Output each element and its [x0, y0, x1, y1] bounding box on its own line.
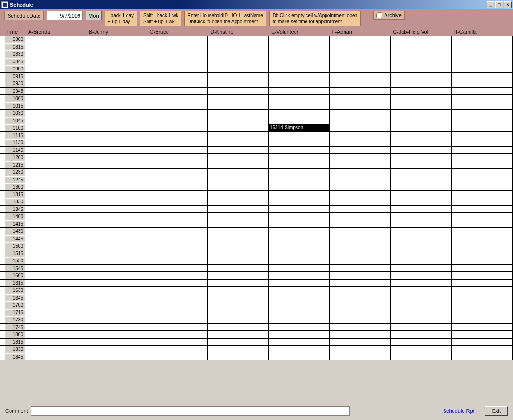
schedule-cell[interactable] [269, 73, 330, 80]
schedule-cell[interactable] [147, 309, 208, 316]
schedule-cell[interactable] [269, 242, 330, 250]
schedule-cell[interactable] [269, 206, 330, 213]
schedule-cell[interactable] [452, 147, 513, 154]
schedule-cell[interactable] [391, 242, 452, 250]
schedule-cell[interactable] [25, 265, 86, 272]
schedule-cell[interactable] [147, 280, 208, 287]
schedule-cell[interactable] [86, 36, 147, 43]
schedule-cell[interactable] [25, 117, 86, 124]
schedule-cell[interactable] [269, 88, 330, 95]
schedule-cell[interactable] [452, 95, 513, 102]
schedule-cell[interactable] [391, 257, 452, 264]
schedule-cell[interactable] [25, 242, 86, 250]
schedule-cell[interactable] [208, 80, 269, 87]
schedule-cell[interactable] [330, 309, 391, 316]
schedule-cell[interactable] [86, 309, 147, 316]
schedule-cell[interactable] [391, 331, 452, 338]
schedule-cell[interactable] [391, 139, 452, 146]
schedule-cell[interactable]: 16314-Simpson [269, 124, 330, 131]
schedule-cell[interactable] [147, 339, 208, 346]
schedule-cell[interactable] [330, 176, 391, 183]
schedule-cell[interactable] [86, 280, 147, 287]
schedule-cell[interactable] [330, 80, 391, 87]
schedule-cell[interactable] [25, 154, 86, 161]
schedule-cell[interactable] [86, 43, 147, 50]
schedule-cell[interactable] [147, 80, 208, 87]
schedule-cell[interactable] [330, 110, 391, 117]
titlebar[interactable]: ▦ Schedule _ □ × [0, 0, 513, 9]
schedule-cell[interactable] [147, 287, 208, 294]
schedule-cell[interactable] [391, 58, 452, 65]
schedule-cell[interactable] [269, 316, 330, 323]
schedule-cell[interactable] [208, 272, 269, 279]
schedule-cell[interactable] [86, 95, 147, 102]
schedule-cell[interactable] [25, 272, 86, 279]
schedule-cell[interactable] [452, 161, 513, 169]
schedule-cell[interactable] [147, 176, 208, 183]
schedule-cell[interactable] [86, 324, 147, 331]
schedule-cell[interactable] [25, 169, 86, 176]
schedule-cell[interactable] [330, 50, 391, 58]
schedule-cell[interactable] [147, 235, 208, 242]
schedule-cell[interactable] [391, 301, 452, 309]
schedule-cell[interactable] [452, 58, 513, 65]
schedule-cell[interactable] [452, 139, 513, 146]
schedule-cell[interactable] [86, 102, 147, 110]
schedule-cell[interactable] [208, 154, 269, 161]
schedule-cell[interactable] [86, 110, 147, 117]
schedule-cell[interactable] [330, 147, 391, 154]
schedule-cell[interactable] [391, 280, 452, 287]
schedule-cell[interactable] [269, 220, 330, 228]
schedule-cell[interactable] [25, 43, 86, 50]
schedule-cell[interactable] [452, 124, 513, 131]
schedule-cell[interactable] [391, 88, 452, 95]
schedule-date-input[interactable] [47, 11, 83, 20]
schedule-cell[interactable] [147, 324, 208, 331]
schedule-cell[interactable] [452, 73, 513, 80]
schedule-cell[interactable] [452, 102, 513, 110]
schedule-cell[interactable] [25, 65, 86, 72]
schedule-cell[interactable] [269, 257, 330, 264]
schedule-cell[interactable] [330, 132, 391, 139]
schedule-cell[interactable] [391, 353, 452, 360]
schedule-cell[interactable] [25, 88, 86, 95]
schedule-cell[interactable] [208, 183, 269, 190]
schedule-cell[interactable] [208, 280, 269, 287]
schedule-cell[interactable] [208, 124, 269, 131]
schedule-cell[interactable] [269, 117, 330, 124]
schedule-cell[interactable] [391, 124, 452, 131]
schedule-cell[interactable] [391, 191, 452, 198]
schedule-cell[interactable] [147, 124, 208, 131]
schedule-cell[interactable] [147, 294, 208, 301]
minimize-button[interactable]: _ [487, 1, 494, 8]
schedule-cell[interactable] [269, 161, 330, 169]
schedule-cell[interactable] [86, 331, 147, 338]
schedule-cell[interactable] [25, 124, 86, 131]
schedule-cell[interactable] [208, 139, 269, 146]
schedule-cell[interactable] [86, 183, 147, 190]
schedule-cell[interactable] [269, 183, 330, 190]
schedule-cell[interactable] [330, 95, 391, 102]
schedule-cell[interactable] [86, 124, 147, 131]
schedule-cell[interactable] [452, 287, 513, 294]
schedule-cell[interactable] [452, 301, 513, 309]
schedule-cell[interactable] [330, 324, 391, 331]
schedule-cell[interactable] [330, 220, 391, 228]
schedule-cell[interactable] [208, 324, 269, 331]
schedule-cell[interactable] [25, 316, 86, 323]
schedule-cell[interactable] [391, 110, 452, 117]
schedule-cell[interactable] [147, 316, 208, 323]
schedule-cell[interactable] [452, 191, 513, 198]
schedule-cell[interactable] [25, 220, 86, 228]
schedule-cell[interactable] [208, 213, 269, 220]
schedule-cell[interactable] [25, 353, 86, 360]
schedule-cell[interactable] [25, 309, 86, 316]
maximize-button[interactable]: □ [495, 1, 503, 8]
schedule-cell[interactable] [147, 132, 208, 139]
schedule-cell[interactable] [269, 324, 330, 331]
schedule-cell[interactable] [391, 147, 452, 154]
schedule-cell[interactable] [269, 339, 330, 346]
schedule-cell[interactable] [330, 124, 391, 131]
schedule-cell[interactable] [208, 250, 269, 257]
schedule-cell[interactable] [269, 102, 330, 110]
